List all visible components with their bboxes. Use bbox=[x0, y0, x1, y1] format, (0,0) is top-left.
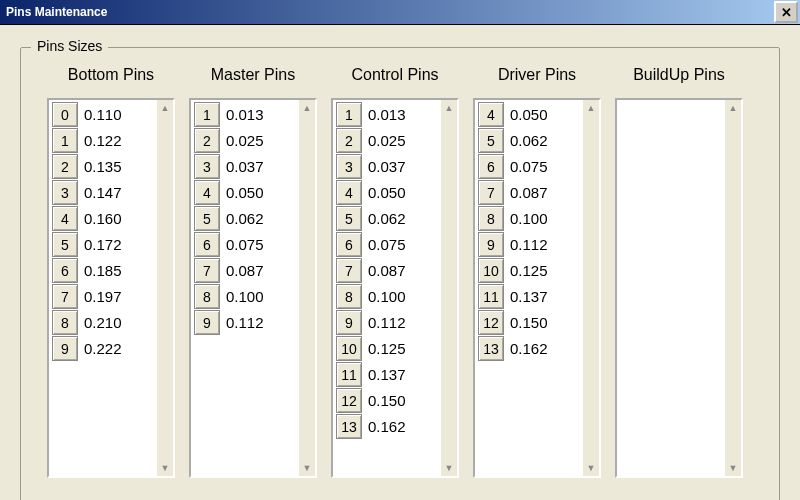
list-item[interactable]: 50.062 bbox=[336, 206, 438, 231]
row-value: 0.112 bbox=[508, 232, 580, 257]
row-index: 0 bbox=[52, 102, 78, 127]
row-index: 4 bbox=[336, 180, 362, 205]
list-item[interactable]: 60.075 bbox=[478, 154, 580, 179]
listbox-inner: 40.05050.06260.07570.08780.10090.112100.… bbox=[475, 100, 583, 476]
row-index: 2 bbox=[336, 128, 362, 153]
row-index: 2 bbox=[52, 154, 78, 179]
scroll-down-icon[interactable]: ▼ bbox=[725, 460, 741, 476]
row-index: 10 bbox=[336, 336, 362, 361]
scroll-down-icon[interactable]: ▼ bbox=[441, 460, 457, 476]
row-index: 4 bbox=[194, 180, 220, 205]
list-item[interactable]: 60.075 bbox=[194, 232, 296, 257]
listbox[interactable]: 10.01320.02530.03740.05050.06260.07570.0… bbox=[189, 98, 317, 478]
list-item[interactable]: 120.150 bbox=[478, 310, 580, 335]
column-header: Master Pins bbox=[211, 66, 295, 84]
row-index: 13 bbox=[336, 414, 362, 439]
row-value: 0.162 bbox=[366, 414, 438, 439]
list-item[interactable]: 10.122 bbox=[52, 128, 154, 153]
list-item[interactable]: 100.125 bbox=[478, 258, 580, 283]
close-button[interactable]: ✕ bbox=[774, 1, 798, 23]
list-item[interactable]: 50.062 bbox=[478, 128, 580, 153]
listbox[interactable]: 10.01320.02530.03740.05050.06260.07570.0… bbox=[331, 98, 459, 478]
row-index: 10 bbox=[478, 258, 504, 283]
row-value: 0.087 bbox=[508, 180, 580, 205]
row-index: 8 bbox=[194, 284, 220, 309]
scrollbar[interactable]: ▲▼ bbox=[583, 100, 599, 476]
row-index: 9 bbox=[478, 232, 504, 257]
list-item[interactable]: 40.050 bbox=[478, 102, 580, 127]
list-item[interactable]: 10.013 bbox=[194, 102, 296, 127]
list-item[interactable]: 50.062 bbox=[194, 206, 296, 231]
listbox[interactable]: 40.05050.06260.07570.08780.10090.112100.… bbox=[473, 98, 601, 478]
row-value: 0.075 bbox=[366, 232, 438, 257]
row-value: 0.062 bbox=[224, 206, 296, 231]
list-item[interactable]: 130.162 bbox=[336, 414, 438, 439]
list-item[interactable]: 90.112 bbox=[478, 232, 580, 257]
list-item[interactable]: 80.210 bbox=[52, 310, 154, 335]
list-item[interactable]: 90.112 bbox=[194, 310, 296, 335]
list-item[interactable]: 100.125 bbox=[336, 336, 438, 361]
title-bar: Pins Maintenance ✕ bbox=[0, 0, 800, 25]
list-item[interactable]: 110.137 bbox=[336, 362, 438, 387]
list-item[interactable]: 70.087 bbox=[478, 180, 580, 205]
list-item[interactable]: 80.100 bbox=[336, 284, 438, 309]
scroll-down-icon[interactable]: ▼ bbox=[583, 460, 599, 476]
list-item[interactable]: 120.150 bbox=[336, 388, 438, 413]
row-index: 8 bbox=[52, 310, 78, 335]
scroll-up-icon[interactable]: ▲ bbox=[725, 100, 741, 116]
list-item[interactable]: 30.037 bbox=[336, 154, 438, 179]
listbox-inner: 00.11010.12220.13530.14740.16050.17260.1… bbox=[49, 100, 157, 476]
row-index: 6 bbox=[336, 232, 362, 257]
list-item[interactable]: 30.147 bbox=[52, 180, 154, 205]
scrollbar[interactable]: ▲▼ bbox=[157, 100, 173, 476]
row-value: 0.147 bbox=[82, 180, 154, 205]
list-item[interactable]: 70.087 bbox=[194, 258, 296, 283]
scroll-up-icon[interactable]: ▲ bbox=[583, 100, 599, 116]
scrollbar[interactable]: ▲▼ bbox=[725, 100, 741, 476]
scrollbar[interactable]: ▲▼ bbox=[299, 100, 315, 476]
list-item[interactable]: 70.197 bbox=[52, 284, 154, 309]
list-item[interactable]: 80.100 bbox=[478, 206, 580, 231]
list-item[interactable]: 20.135 bbox=[52, 154, 154, 179]
list-item[interactable]: 80.100 bbox=[194, 284, 296, 309]
list-item[interactable]: 90.222 bbox=[52, 336, 154, 361]
row-index: 9 bbox=[52, 336, 78, 361]
row-value: 0.197 bbox=[82, 284, 154, 309]
list-item[interactable]: 40.050 bbox=[336, 180, 438, 205]
row-value: 0.087 bbox=[224, 258, 296, 283]
list-item[interactable]: 20.025 bbox=[194, 128, 296, 153]
row-index: 4 bbox=[478, 102, 504, 127]
row-index: 3 bbox=[194, 154, 220, 179]
list-item[interactable]: 40.160 bbox=[52, 206, 154, 231]
scroll-up-icon[interactable]: ▲ bbox=[441, 100, 457, 116]
list-item[interactable]: 00.110 bbox=[52, 102, 154, 127]
list-item[interactable]: 90.112 bbox=[336, 310, 438, 335]
row-index: 3 bbox=[52, 180, 78, 205]
list-item[interactable]: 30.037 bbox=[194, 154, 296, 179]
list-item[interactable]: 50.172 bbox=[52, 232, 154, 257]
list-item[interactable]: 130.162 bbox=[478, 336, 580, 361]
columns-container: Bottom Pins00.11010.12220.13530.14740.16… bbox=[21, 48, 779, 500]
list-item[interactable]: 10.013 bbox=[336, 102, 438, 127]
scroll-up-icon[interactable]: ▲ bbox=[299, 100, 315, 116]
list-item[interactable]: 40.050 bbox=[194, 180, 296, 205]
list-item[interactable]: 20.025 bbox=[336, 128, 438, 153]
scroll-down-icon[interactable]: ▼ bbox=[299, 460, 315, 476]
close-icon: ✕ bbox=[781, 6, 792, 19]
row-value: 0.112 bbox=[224, 310, 296, 335]
scroll-up-icon[interactable]: ▲ bbox=[157, 100, 173, 116]
scrollbar[interactable]: ▲▼ bbox=[441, 100, 457, 476]
row-index: 5 bbox=[194, 206, 220, 231]
row-value: 0.137 bbox=[366, 362, 438, 387]
row-index: 7 bbox=[194, 258, 220, 283]
row-index: 4 bbox=[52, 206, 78, 231]
row-value: 0.062 bbox=[508, 128, 580, 153]
listbox[interactable]: 00.11010.12220.13530.14740.16050.17260.1… bbox=[47, 98, 175, 478]
list-item[interactable]: 70.087 bbox=[336, 258, 438, 283]
list-item[interactable]: 110.137 bbox=[478, 284, 580, 309]
listbox[interactable]: ▲▼ bbox=[615, 98, 743, 478]
row-index: 11 bbox=[336, 362, 362, 387]
scroll-down-icon[interactable]: ▼ bbox=[157, 460, 173, 476]
list-item[interactable]: 60.185 bbox=[52, 258, 154, 283]
list-item[interactable]: 60.075 bbox=[336, 232, 438, 257]
